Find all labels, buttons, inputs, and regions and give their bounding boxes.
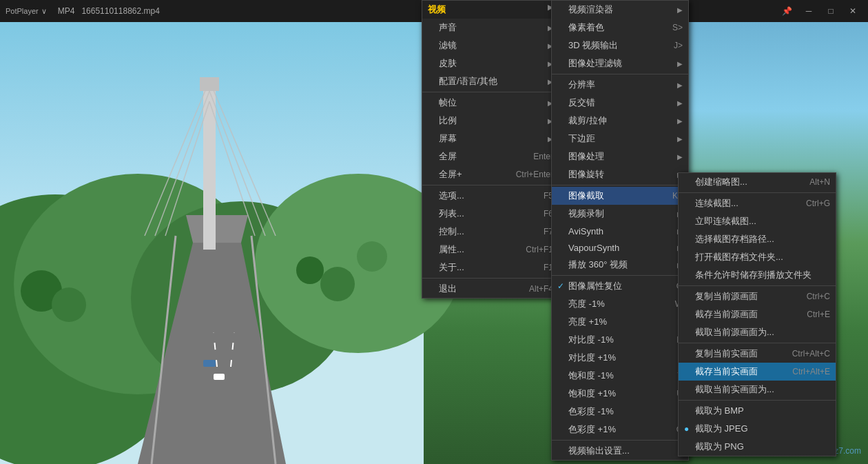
menu-item-capture-real-frame-as[interactable]: 截取当前实画面为... (679, 381, 836, 399)
menu-item-save-to-play-folder[interactable]: 条件允许时储存到播放文件夹 (679, 266, 836, 284)
sep-l2-4 (552, 440, 688, 441)
menu-item-vapoursynth[interactable]: VapourSynth ▶ (552, 239, 688, 256)
menu-item-hue-down[interactable]: 色彩度 -1% I (552, 403, 688, 421)
menu-item-fullscreen-plus[interactable]: 全屏+ Ctrl+Enter (422, 165, 559, 183)
menu-item-video-output-settings[interactable]: 视频输出设置... (552, 442, 688, 460)
menu-item-contrast-up[interactable]: 对比度 +1% T (552, 349, 688, 367)
menu-item-bottom-margin[interactable]: 下边距 ▶ (552, 130, 688, 148)
sep-l3-3 (679, 343, 836, 343)
menu-item-sat-down[interactable]: 饱和度 -1% Y (552, 367, 688, 385)
menu-item-continuous-capture[interactable]: 连续截图... Ctrl+G (679, 194, 836, 212)
sep-l3-2 (679, 285, 836, 286)
separator-3 (422, 278, 559, 279)
menu-item-hue-up[interactable]: 色彩度 +1% O (552, 421, 688, 438)
menu-item-options[interactable]: 选项... F5 (422, 187, 559, 205)
restore-button[interactable]: □ (821, 3, 840, 19)
menu-item-deinterlace[interactable]: 反交错 ▶ (552, 94, 688, 112)
menu-item-ratio[interactable]: 比例 ▶ (422, 112, 559, 130)
menu-item-renderer[interactable]: 视频渲染器 ▶ (552, 1, 688, 19)
menu-item-config[interactable]: 配置/语言/其他 ▶ (422, 72, 559, 90)
menu-item-about[interactable]: 关于... F1 (422, 259, 559, 276)
menu-item-copy-source-frame[interactable]: 复制当前源画面 Ctrl+C (679, 288, 836, 305)
menu-item-capture-jpeg[interactable]: ● 截取为 JPEG (679, 420, 836, 438)
menu-item-record[interactable]: 视频录制 ▶ (552, 205, 688, 223)
menu-video: 视频 ▶ 声音 ▶ 滤镜 ▶ 皮肤 ▶ 配置/语言/其他 ▶ 帧位 ▶ (422, 0, 559, 299)
menu-item-resolution[interactable]: 分辨率 ▶ (552, 76, 688, 94)
menu-item-3d-output[interactable]: 3D 视频输出 J> (552, 37, 688, 54)
menu-item-img-process[interactable]: 图像处理 ▶ (552, 148, 688, 165)
file-format: MP4 (58, 6, 75, 16)
menu-item-avisynth[interactable]: AviSynth ▶ (552, 223, 688, 239)
sep-l2-1 (552, 74, 688, 74)
menu-item-pixel-color[interactable]: 像素着色 S> (552, 19, 688, 37)
menu-item-img-rotate[interactable]: 图像旋转 ▶ (552, 165, 688, 183)
app-logo[interactable]: PotPlayer ∨ (6, 7, 47, 16)
close-button[interactable]: ✕ (843, 3, 862, 19)
menu-item-frame[interactable]: 帧位 ▶ (422, 94, 559, 112)
separator-2 (422, 185, 559, 185)
file-name: 1665110118862.mp4 (81, 6, 159, 16)
menu-item-contrast-down[interactable]: 对比度 -1% R (552, 331, 688, 349)
menu-item-select-capture-path[interactable]: 选择截图存档路径... (679, 230, 836, 248)
menu-item-capture-bmp[interactable]: 截取为 BMP (679, 402, 836, 420)
sep-l2-3 (552, 275, 688, 276)
menu-item-create-thumbnail[interactable]: 创建缩略图... Alt+N (679, 173, 836, 191)
menu-item-exit[interactable]: 退出 Alt+F4 (422, 280, 559, 298)
menu-item-360[interactable]: 播放 360° 视频 ▶ (552, 256, 688, 274)
menu-item-list[interactable]: 列表... F6 (422, 205, 559, 223)
sep-l2-2 (552, 185, 688, 185)
sep-l3-1 (679, 192, 836, 193)
menu-item-control[interactable]: 控制... F7 (422, 223, 559, 241)
menu-item-save-real-frame[interactable]: 截存当前实画面 Ctrl+Alt+E (679, 363, 836, 381)
menu-item-bright-down[interactable]: 亮度 -1% W (552, 295, 688, 313)
menu-item-sound[interactable]: 声音 ▶ (422, 19, 559, 37)
menu-item-crop-stretch[interactable]: 裁剪/拉伸 ▶ (552, 112, 688, 130)
sep-l3-4 (679, 400, 836, 401)
menu-item-fullscreen[interactable]: 全屏 Enter (422, 148, 559, 165)
app-dropdown-arrow[interactable]: ∨ (41, 7, 47, 16)
app-name: PotPlayer (6, 7, 39, 15)
menu-item-copy-real-frame[interactable]: 复制当前实画面 Ctrl+Alt+C (679, 345, 836, 363)
menu-item-screen[interactable]: 屏幕 ▶ (422, 130, 559, 148)
separator-1 (422, 92, 559, 92)
window-controls: 📌 ─ □ ✕ (777, 3, 862, 19)
menu-video-title: 视频 ▶ (422, 1, 559, 19)
menu-item-open-capture-folder[interactable]: 打开截图存档文件夹... (679, 248, 836, 266)
menu-item-save-source-frame[interactable]: 截存当前源画面 Ctrl+E (679, 305, 836, 323)
menu-item-sat-up[interactable]: 饱和度 +1% U (552, 385, 688, 403)
menu-video-sub: 视频渲染器 ▶ 像素着色 S> 3D 视频输出 J> 图像处理滤镜 ▶ 分辨率 … (551, 0, 689, 461)
pin-button[interactable]: 📌 (777, 3, 796, 19)
menu-item-capture-png[interactable]: 截取为 PNG (679, 438, 836, 456)
menu-item-skin[interactable]: 皮肤 ▶ (422, 54, 559, 72)
menu-item-capture-source-frame-as[interactable]: 截取当前源画面为... (679, 323, 836, 341)
menu-item-capture[interactable]: 图像截取 K> (552, 187, 688, 205)
menu-overlay: 视频 ▶ 声音 ▶ 滤镜 ▶ 皮肤 ▶ 配置/语言/其他 ▶ 帧位 ▶ (0, 0, 868, 464)
menu-item-continuous-capture-now[interactable]: 立即连续截图... (679, 212, 836, 230)
menu-item-img-reset[interactable]: ✓ 图像属性复位 Q (552, 277, 688, 295)
menu-item-img-filter[interactable]: 图像处理滤镜 ▶ (552, 54, 688, 72)
minimize-button[interactable]: ─ (799, 3, 818, 19)
menu-capture-sub: 创建缩略图... Alt+N 连续截图... Ctrl+G 立即连续截图... … (678, 172, 836, 456)
menu-item-properties[interactable]: 属性... Ctrl+F1 (422, 241, 559, 259)
menu-item-bright-up[interactable]: 亮度 +1% E (552, 313, 688, 331)
menu-item-filter[interactable]: 滤镜 ▶ (422, 37, 559, 54)
file-info: MP4 1665110118862.mp4 (58, 6, 160, 16)
